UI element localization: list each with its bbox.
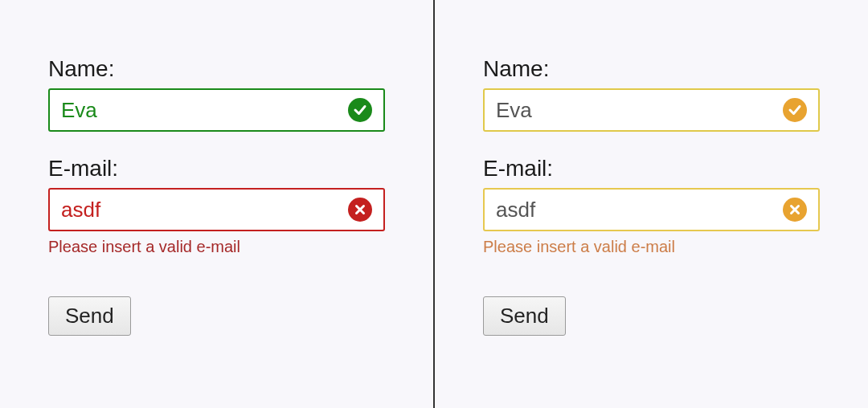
name-label: Name:	[483, 56, 820, 82]
email-label: E-mail:	[483, 156, 820, 182]
send-button[interactable]: Send	[48, 296, 131, 336]
name-field-group: Name:	[48, 56, 385, 132]
form-panel-washed: Name: E-mail: Please insert a valid e-ma…	[435, 0, 868, 408]
x-circle-icon	[783, 198, 807, 222]
email-field-group: E-mail: Please insert a valid e-mail	[483, 156, 820, 256]
email-field-group: E-mail: Please insert a valid e-mail	[48, 156, 385, 256]
email-input-wrap	[483, 188, 820, 231]
email-input-wrap	[48, 188, 385, 231]
x-circle-icon	[348, 198, 372, 222]
email-label: E-mail:	[48, 156, 385, 182]
name-label: Name:	[48, 56, 385, 82]
send-button[interactable]: Send	[483, 296, 566, 336]
check-circle-icon	[348, 98, 372, 122]
email-input[interactable]	[496, 198, 783, 222]
email-input[interactable]	[61, 198, 348, 222]
check-circle-icon	[783, 98, 807, 122]
name-input-wrap	[483, 88, 820, 132]
email-error-message: Please insert a valid e-mail	[48, 238, 385, 256]
email-error-message: Please insert a valid e-mail	[483, 238, 820, 256]
name-input[interactable]	[61, 98, 348, 123]
name-field-group: Name:	[483, 56, 820, 132]
form-panel-colored: Name: E-mail: Please insert a valid e-ma…	[0, 0, 435, 408]
name-input[interactable]	[496, 98, 783, 123]
name-input-wrap	[48, 88, 385, 132]
